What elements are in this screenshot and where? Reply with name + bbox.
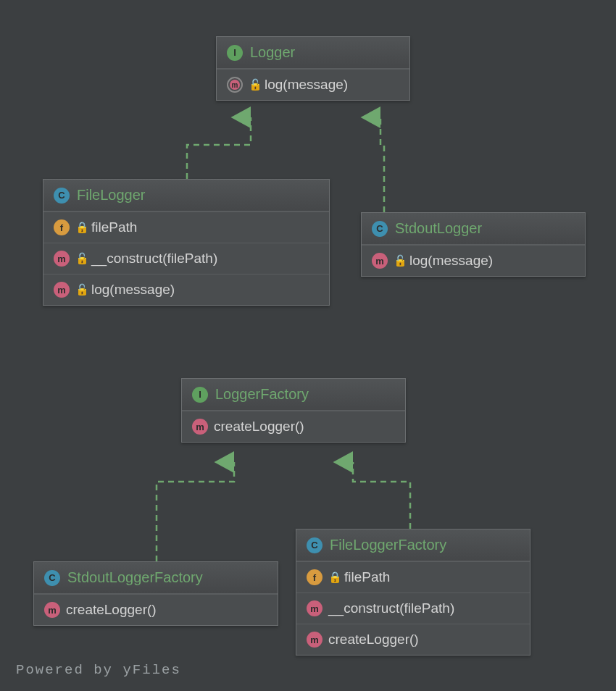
class-icon: C	[54, 188, 70, 204]
member-row: m 🔓 log(message)	[362, 245, 585, 276]
field-icon: f	[54, 219, 70, 235]
member-signature: log(message)	[409, 253, 493, 269]
member-row: m 🔓 log(message)	[217, 69, 409, 100]
member-signature: __construct(filePath)	[91, 251, 217, 267]
method-icon: m	[307, 600, 322, 616]
class-stdout-logger: C StdoutLogger m 🔓 log(message)	[361, 212, 586, 277]
class-name: FileLogger	[77, 187, 146, 204]
class-name: StdoutLoggerFactory	[67, 569, 203, 586]
member-signature: filePath	[91, 219, 137, 235]
method-icon: m	[54, 251, 70, 267]
member-row: f 🔒 filePath	[43, 212, 329, 243]
interface-icon: I	[227, 45, 243, 61]
member-signature: createLogger()	[214, 419, 304, 435]
method-abstract-icon: m	[227, 77, 243, 93]
class-file-logger: C FileLogger f 🔒 filePath m 🔓 __construc…	[43, 179, 330, 306]
class-header: C StdoutLoggerFactory	[34, 562, 278, 594]
field-icon: f	[307, 569, 322, 585]
member-row: m __construct(filePath)	[296, 592, 530, 624]
class-name: StdoutLogger	[395, 220, 482, 237]
method-icon: m	[372, 253, 388, 269]
class-header: I LoggerFactory	[182, 379, 405, 411]
class-name: Logger	[250, 44, 295, 61]
powered-by-label: Powered by yFiles	[16, 662, 181, 678]
member-signature: log(message)	[91, 282, 175, 298]
member-row: m createLogger()	[182, 411, 405, 442]
class-header: C FileLoggerFactory	[296, 529, 530, 561]
method-icon: m	[54, 282, 70, 298]
unlock-icon: 🔓	[75, 252, 86, 265]
member-signature: log(message)	[265, 77, 348, 93]
class-icon: C	[307, 537, 322, 553]
member-signature: createLogger()	[328, 632, 419, 648]
method-icon: m	[192, 419, 208, 435]
member-row: f 🔒 filePath	[296, 561, 530, 592]
member-row: m createLogger()	[296, 624, 530, 655]
member-signature: __construct(filePath)	[328, 600, 454, 616]
unlock-icon: 🔓	[75, 283, 86, 296]
method-icon: m	[307, 632, 322, 648]
unlock-icon: 🔓	[249, 78, 259, 91]
lock-icon: 🔒	[75, 221, 86, 234]
interface-icon: I	[192, 387, 208, 403]
class-file-logger-factory: C FileLoggerFactory f 🔒 filePath m __con…	[296, 529, 530, 656]
class-stdout-logger-factory: C StdoutLoggerFactory m createLogger()	[33, 561, 278, 626]
class-header: C FileLogger	[43, 180, 329, 212]
member-signature: createLogger()	[66, 602, 157, 618]
class-header: I Logger	[217, 37, 409, 69]
method-icon: m	[44, 602, 60, 618]
class-logger: I Logger m 🔓 log(message)	[216, 36, 410, 101]
class-icon: C	[44, 570, 60, 586]
class-name: FileLoggerFactory	[330, 537, 446, 553]
class-icon: C	[372, 221, 388, 237]
class-name: LoggerFactory	[215, 386, 309, 403]
member-row: m 🔓 __construct(filePath)	[43, 243, 329, 274]
unlock-icon: 🔓	[394, 254, 404, 267]
lock-icon: 🔒	[328, 571, 338, 584]
class-logger-factory: I LoggerFactory m createLogger()	[181, 378, 406, 443]
member-row: m 🔓 log(message)	[43, 274, 329, 305]
class-header: C StdoutLogger	[362, 213, 585, 245]
member-signature: filePath	[344, 569, 390, 585]
member-row: m createLogger()	[34, 594, 278, 625]
